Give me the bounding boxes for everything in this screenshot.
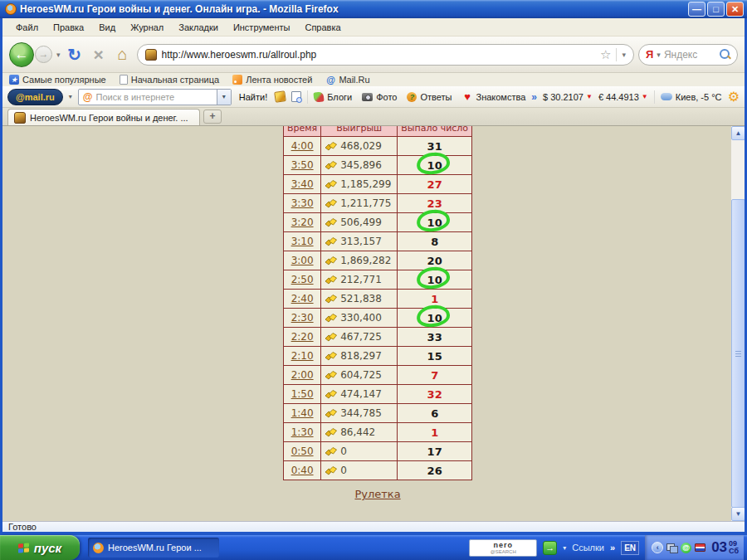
- flag-icon[interactable]: [695, 543, 706, 552]
- win-cell: 212,771: [321, 270, 398, 290]
- time-cell: 1:50: [284, 385, 321, 404]
- time-link[interactable]: 1:50: [291, 388, 314, 400]
- time-link[interactable]: 2:30: [291, 312, 314, 324]
- win-cell: 345,896: [321, 156, 398, 175]
- star-blue-icon: [9, 75, 19, 85]
- menu-item[interactable]: Закладки: [172, 20, 225, 35]
- menu-item[interactable]: Вид: [92, 20, 122, 35]
- scroll-up-icon[interactable]: ▲: [731, 126, 745, 140]
- mailru-search-box[interactable]: @ Поиск в интернете ▾: [78, 89, 232, 105]
- bookmark-star-icon[interactable]: ☆: [600, 47, 611, 62]
- url-dropdown-icon[interactable]: ▾: [622, 51, 626, 59]
- engine-dropdown-icon[interactable]: ▾: [657, 51, 661, 59]
- time-link[interactable]: 3:00: [291, 255, 314, 266]
- win-amount: 818,297: [340, 350, 382, 362]
- forward-button[interactable]: →: [35, 46, 52, 63]
- links-chevron[interactable]: »: [610, 543, 615, 553]
- mailru-search-input[interactable]: Поиск в интернете: [96, 92, 213, 102]
- bookmark-item[interactable]: Mail.Ru: [325, 75, 369, 85]
- new-tab-button[interactable]: +: [203, 110, 222, 124]
- time-link[interactable]: 2:10: [291, 350, 314, 362]
- time-link[interactable]: 3:30: [291, 197, 314, 209]
- nero-search-box[interactable]: nero @SEARCH: [469, 539, 537, 557]
- mailru-link-pen[interactable]: Блоги: [314, 92, 352, 102]
- minimize-button[interactable]: —: [688, 2, 706, 17]
- close-button[interactable]: ✕: [726, 2, 744, 17]
- menu-item[interactable]: Журнал: [124, 20, 170, 35]
- time-link[interactable]: 4:00: [291, 140, 314, 152]
- roulette-link[interactable]: Рулетка: [354, 488, 400, 500]
- gold-icon: [325, 256, 338, 265]
- time-link[interactable]: 2:00: [291, 369, 314, 381]
- home-button[interactable]: ⌂: [113, 45, 133, 64]
- menu-item[interactable]: Правка: [46, 20, 90, 35]
- agent-icon[interactable]: @: [681, 543, 691, 553]
- time-link[interactable]: 3:20: [291, 217, 314, 228]
- language-indicator[interactable]: EN: [621, 541, 639, 555]
- time-link[interactable]: 1:30: [291, 426, 314, 438]
- bookmarks-bar: Самые популярныеНачальная страницаЛента …: [2, 73, 745, 86]
- time-link[interactable]: 1:40: [291, 407, 314, 419]
- highlighter-icon[interactable]: [274, 90, 286, 103]
- maximize-button[interactable]: □: [707, 2, 725, 17]
- time-link[interactable]: 2:20: [291, 331, 314, 343]
- menu-item[interactable]: Файл: [9, 20, 45, 35]
- scroll-down-icon[interactable]: ▼: [731, 507, 745, 521]
- refresh-button[interactable]: ↻: [65, 45, 85, 65]
- url-bar[interactable]: http://www.heroeswm.ru/allroul.php ☆ ▾: [137, 44, 634, 66]
- time-link[interactable]: 0:40: [291, 465, 314, 476]
- gold-icon: [325, 313, 338, 323]
- mailru-toolbar: @mail.ru ▾ @ Поиск в интернете ▾ Найти! …: [2, 86, 745, 108]
- mailru-logo-button[interactable]: @mail.ru: [7, 89, 63, 105]
- vertical-scrollbar[interactable]: ▲ ▼: [730, 126, 745, 521]
- time-link[interactable]: 3:50: [291, 159, 314, 171]
- time-link[interactable]: 0:50: [291, 446, 314, 457]
- search-input[interactable]: Яндекс: [664, 49, 716, 61]
- time-link[interactable]: 2:40: [291, 293, 314, 304]
- yandex-search-box[interactable]: Я ▾ Яндекс: [638, 44, 738, 66]
- mailru-link-camera[interactable]: Фото: [362, 92, 397, 102]
- time-link[interactable]: 3:40: [291, 178, 314, 190]
- time-link[interactable]: 3:10: [291, 236, 314, 247]
- yandex-engine-icon[interactable]: Я: [646, 48, 653, 61]
- number-cell: 10: [398, 270, 472, 290]
- mailru-dropdown-icon[interactable]: ▾: [69, 93, 72, 100]
- url-input[interactable]: http://www.heroeswm.ru/allroul.php: [162, 49, 595, 61]
- time-cell: 2:30: [284, 309, 321, 328]
- bookmark-label: Лента новостей: [246, 75, 312, 85]
- window-border: [0, 18, 2, 535]
- history-dropdown-icon[interactable]: ▾: [56, 51, 61, 59]
- tab-heroeswm[interactable]: HeroesWM.ru Герои войны и денег. ...: [7, 109, 200, 125]
- weather-widget[interactable]: Киев, -5 °C: [661, 92, 722, 102]
- taskbar-item-firefox[interactable]: HeroesWM.ru Герои ...: [88, 538, 219, 558]
- links-toolbar-label[interactable]: Ссылки: [572, 543, 604, 553]
- scrollbar-thumb[interactable]: [731, 199, 745, 508]
- stop-button[interactable]: ×: [89, 45, 109, 65]
- mailru-link-heart[interactable]: Знакомства: [461, 92, 525, 102]
- go-dropdown-icon[interactable]: ▾: [563, 544, 566, 552]
- bookmark-item[interactable]: Самые популярные: [9, 75, 106, 85]
- tray-collapse-icon[interactable]: ‹: [652, 542, 663, 553]
- number-cell: 1: [398, 423, 472, 442]
- number-value: 1: [431, 426, 438, 439]
- toolbar-overflow-chevron[interactable]: »: [531, 91, 537, 103]
- number-value: 6: [431, 407, 438, 420]
- back-button[interactable]: ←: [9, 42, 34, 67]
- find-button[interactable]: Найти!: [237, 92, 269, 102]
- page-preview-icon[interactable]: [291, 91, 301, 102]
- go-button[interactable]: →: [543, 541, 557, 555]
- start-button[interactable]: пуск: [0, 535, 80, 560]
- menu-item[interactable]: Инструменты: [227, 20, 297, 35]
- mailru-search-dropdown[interactable]: ▾: [217, 90, 231, 105]
- search-magnifier-icon[interactable]: [720, 49, 730, 60]
- time-cell: 3:10: [284, 232, 321, 251]
- bookmark-item[interactable]: Лента новостей: [232, 75, 312, 85]
- win-cell: 474,147: [321, 385, 398, 404]
- bookmark-item[interactable]: Начальная страница: [120, 75, 219, 85]
- time-link[interactable]: 2:50: [291, 274, 314, 285]
- network-icon[interactable]: [666, 543, 677, 553]
- menu-item[interactable]: Справка: [298, 20, 347, 35]
- mailru-link-people[interactable]: Ответы: [407, 92, 452, 102]
- win-amount: 313,157: [340, 236, 382, 247]
- gear-icon[interactable]: ⚙: [728, 89, 740, 105]
